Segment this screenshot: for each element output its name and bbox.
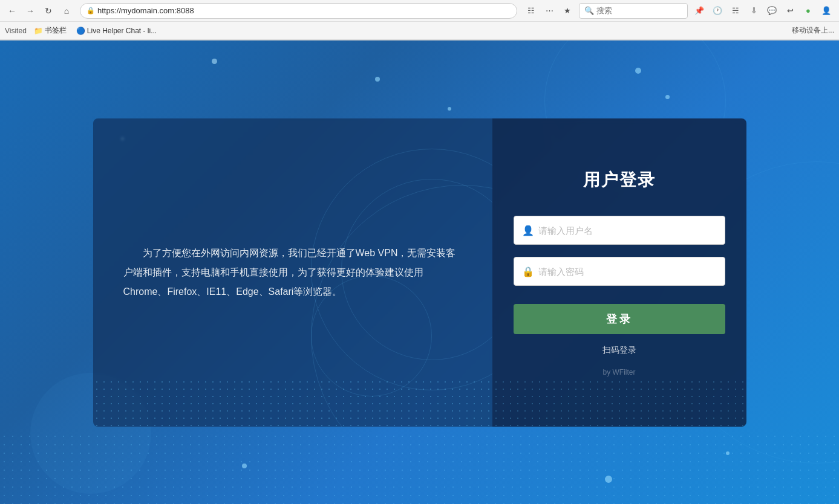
browser-chrome: ← → ↻ ⌂ 🔒 ☷ ⋯ ★ 🔍 📌 🕐 ☵ ⇩ 💬 ↩ ● 👤 [0, 0, 839, 40]
security-icon: 🔒 [87, 7, 95, 15]
download-button[interactable]: ⇩ [746, 3, 762, 19]
search-icon: 🔍 [584, 6, 594, 15]
username-group: 👤 [514, 216, 725, 245]
search-bar[interactable]: 🔍 [579, 3, 688, 19]
bookmark-star-button[interactable]: ★ [560, 3, 575, 19]
login-button[interactable]: 登录 [514, 304, 725, 334]
password-group: 🔒 [514, 257, 725, 286]
login-title: 用户登录 [583, 169, 656, 192]
page-content: 为了方便您在外网访问内网资源，我们已经开通了Web VPN，无需安装客户端和插件… [0, 40, 839, 504]
bookmarks-folder[interactable]: 📁 书签栏 [31, 24, 69, 37]
url-input[interactable] [97, 6, 511, 15]
live-helper-icon: 🔵 [76, 27, 85, 35]
bookmarks-bar: Visited 📁 书签栏 🔵 Live Helper Chat - li...… [0, 22, 839, 40]
welcome-text: 为了方便您在外网访问内网资源，我们已经开通了Web VPN，无需安装客户端和插件… [123, 244, 462, 302]
screenshot-button[interactable]: ☵ [728, 3, 743, 19]
profile-button[interactable]: 👤 [818, 3, 834, 19]
qr-login-link[interactable]: 扫码登录 [602, 345, 636, 356]
mobile-device-label: 移动设备上... [792, 25, 834, 36]
username-input[interactable] [514, 216, 725, 245]
status-indicator[interactable]: ● [800, 3, 816, 19]
right-panel: 用户登录 👤 🔒 登录 扫码登录 by WFilter [492, 118, 746, 427]
folder-icon: 📁 [34, 27, 43, 35]
user-icon: 👤 [522, 225, 534, 236]
address-bar[interactable]: 🔒 [80, 3, 517, 19]
search-input[interactable] [596, 6, 681, 15]
toolbar-icons: ☷ ⋯ ★ [523, 3, 575, 19]
lock-icon: 🔒 [522, 266, 534, 277]
browser-toolbar: ← → ↻ ⌂ 🔒 ☷ ⋯ ★ 🔍 📌 🕐 ☵ ⇩ 💬 ↩ ● 👤 [0, 0, 839, 22]
forward-button[interactable]: → [23, 4, 38, 18]
history-button[interactable]: 🕐 [710, 3, 725, 19]
login-panels: 为了方便您在外网访问内网资源，我们已经开通了Web VPN，无需安装客户端和插件… [93, 118, 746, 427]
extra-toolbar-icons: 📌 🕐 ☵ ⇩ 💬 ↩ ● 👤 [691, 3, 834, 19]
live-helper-label: Live Helper Chat - li... [87, 27, 157, 35]
bookmarks-label: 书签栏 [45, 25, 67, 36]
password-input[interactable] [514, 257, 725, 286]
footer-text: by WFilter [603, 368, 636, 376]
back-button[interactable]: ← [5, 4, 19, 18]
extensions-button[interactable]: ☷ [523, 3, 539, 19]
back-arrow-button[interactable]: ↩ [782, 3, 798, 19]
live-helper-bookmark[interactable]: 🔵 Live Helper Chat - li... [74, 25, 159, 36]
sidebar-pin-button[interactable]: 📌 [691, 3, 707, 19]
reload-button[interactable]: ↻ [41, 4, 56, 18]
left-panel: 为了方便您在外网访问内网资源，我们已经开通了Web VPN，无需安装客户端和插件… [93, 118, 492, 427]
chat-button[interactable]: 💬 [764, 3, 780, 19]
visited-label: Visited [5, 27, 27, 35]
home-button[interactable]: ⌂ [59, 4, 74, 18]
more-button[interactable]: ⋯ [541, 3, 557, 19]
